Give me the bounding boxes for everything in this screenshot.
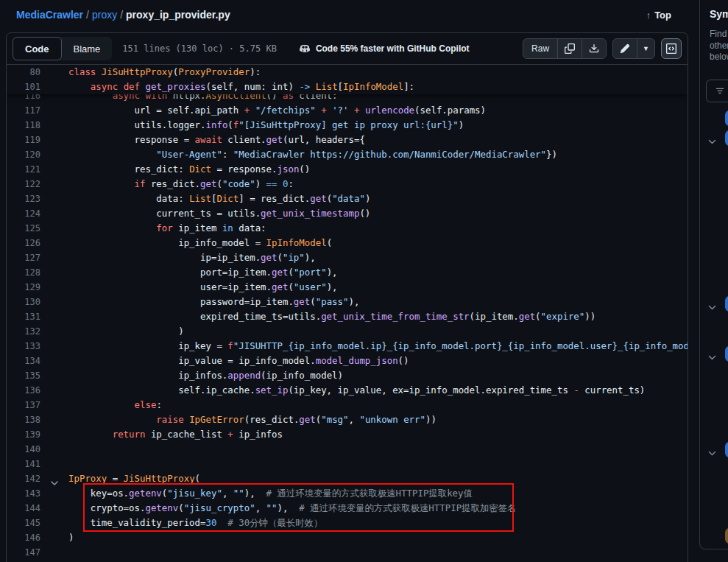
line-number[interactable]: 135 <box>7 368 40 383</box>
symbol-item[interactable] <box>725 130 728 146</box>
breadcrumb-separator: / <box>117 9 126 21</box>
line-number[interactable]: 119 <box>7 133 40 147</box>
line-number[interactable]: 121 <box>7 162 40 177</box>
code-line: 124 current_ts = utils.get_unix_timestam… <box>7 206 688 221</box>
file-meta-info: 151 lines (130 loc) · 5.75 KB <box>122 43 277 54</box>
code-text: port=ip_item.get("port"), <box>68 265 338 280</box>
code-line: 118 utils.logger.info(f"[JiSuHttpProxy] … <box>7 118 688 133</box>
code-text: else: <box>68 398 162 412</box>
code-text: key=os.getenv("jisu_key", ""), # 通过环境变量的… <box>68 486 473 501</box>
line-number[interactable]: 138 <box>7 412 40 427</box>
symbols-panel-title: Symbols <box>710 8 728 20</box>
code-text: expired_time_ts=utils.get_unix_time_from… <box>68 309 596 324</box>
code-text: password=ip_item.get("pass"), <box>68 295 359 309</box>
line-number[interactable]: 125 <box>7 221 40 236</box>
code-text: ) <box>68 324 184 339</box>
code-line: 141 <box>7 457 688 471</box>
line-number[interactable]: 133 <box>7 339 40 354</box>
code-line: 117 url = self.api_path + "/fetchips" + … <box>7 103 688 118</box>
line-number[interactable]: 143 <box>7 486 40 501</box>
code-line: 121 res_dict: Dict = response.json() <box>7 162 688 177</box>
line-number[interactable]: 147 <box>7 545 40 560</box>
symbols-panel-toggle[interactable] <box>661 38 682 59</box>
line-number[interactable]: 137 <box>7 398 40 412</box>
back-to-top-link[interactable]: ↑Top <box>646 10 671 21</box>
toolbar-actions: Raw ▼ <box>523 38 682 59</box>
symbol-chevron-icon[interactable] <box>708 351 716 364</box>
top-link-label: Top <box>654 10 671 21</box>
symbols-panel-description: Find definitions and references for func… <box>710 29 728 63</box>
symbol-item[interactable] <box>725 442 728 457</box>
code-line: 139 return ip_cache_list + ip_infos <box>7 427 688 442</box>
copilot-banner[interactable]: Code 55% faster with GitHub Copilot <box>299 43 470 55</box>
code-text: current_ts = utils.get_unix_timestamp() <box>68 206 370 221</box>
line-number[interactable]: 128 <box>7 265 40 280</box>
symbol-chevron-icon[interactable] <box>708 301 716 314</box>
download-button[interactable] <box>582 39 606 58</box>
line-number[interactable]: 129 <box>7 280 40 295</box>
code-text: class JiSuHttpProxy(ProxyProvider): <box>68 65 261 80</box>
download-icon <box>589 43 599 54</box>
symbol-item[interactable] <box>725 346 728 362</box>
line-number[interactable]: 120 <box>7 147 40 162</box>
code-line: 126 ip_info_model = IpInfoModel( <box>7 236 688 250</box>
code-line: 145 time_validity_period=30 # 30分钟（最长时效） <box>7 516 688 530</box>
line-number[interactable]: 145 <box>7 516 40 530</box>
symbols-panel: Symbols Find definitions and references … <box>699 0 728 549</box>
code-square-icon <box>666 43 676 54</box>
code-line: 123 data: List[Dict] = res_dict.get("dat… <box>7 192 688 206</box>
symbol-chevron-icon[interactable] <box>708 446 716 460</box>
tab-blame[interactable]: Blame <box>62 37 113 60</box>
code-text: ip_info_model = IpInfoModel( <box>68 236 332 250</box>
code-line: 133 ip_key = f"JISUHTTP_{ip_info_model.i… <box>7 339 688 354</box>
line-number[interactable]: 141 <box>7 457 40 471</box>
line-number[interactable]: 117 <box>7 103 40 118</box>
line-number[interactable]: 118 <box>7 118 40 133</box>
line-number[interactable]: 144 <box>7 501 40 516</box>
breadcrumb-folder-link[interactable]: proxy <box>92 9 117 21</box>
line-number[interactable]: 146 <box>7 530 40 545</box>
line-number[interactable]: 132 <box>7 324 40 339</box>
code-text: user=ip_item.get("user"), <box>68 280 338 295</box>
code-line: 119 response = await client.get(url, hea… <box>7 133 688 147</box>
code-line: 131 expired_time_ts=utils.get_unix_time_… <box>7 309 688 324</box>
line-number[interactable]: 80 <box>7 65 40 80</box>
edit-dropdown-button[interactable]: ▼ <box>637 39 654 58</box>
copy-button[interactable] <box>557 39 582 58</box>
line-number[interactable]: 124 <box>7 206 40 221</box>
code-view: 116 async with httpx.AsyncClient() as cl… <box>7 65 688 562</box>
symbol-item[interactable] <box>725 110 728 126</box>
line-number[interactable]: 139 <box>7 427 40 442</box>
edit-button[interactable] <box>613 39 637 58</box>
breadcrumb-separator: / <box>83 9 92 21</box>
code-line: 132 ) <box>7 324 688 339</box>
line-number[interactable]: 131 <box>7 309 40 324</box>
symbol-chevron-icon[interactable] <box>708 135 716 148</box>
code-line: 138 raise IpGetError(res_dict.get("msg",… <box>7 412 688 427</box>
raw-button[interactable]: Raw <box>523 39 557 58</box>
line-number[interactable]: 142 <box>7 471 40 486</box>
line-number[interactable]: 122 <box>7 177 40 192</box>
copilot-icon <box>299 43 311 55</box>
breadcrumb: MediaCrawler/proxy/proxy_ip_provider.py <box>16 9 230 21</box>
top-bar: MediaCrawler/proxy/proxy_ip_provider.py … <box>0 0 728 32</box>
line-number[interactable]: 134 <box>7 354 40 368</box>
sticky-context-lines: 80class JiSuHttpProxy(ProxyProvider):101… <box>7 65 688 94</box>
line-number[interactable]: 130 <box>7 295 40 309</box>
line-number[interactable]: 123 <box>7 192 40 206</box>
code-line: 130 password=ip_item.get("pass"), <box>7 295 688 309</box>
line-number[interactable]: 126 <box>7 236 40 250</box>
line-number[interactable]: 136 <box>7 383 40 398</box>
tab-code[interactable]: Code <box>13 37 62 60</box>
symbol-item[interactable] <box>725 296 728 312</box>
edit-actions-group: ▼ <box>612 38 655 59</box>
line-number[interactable]: 140 <box>7 442 40 457</box>
line-number[interactable]: 127 <box>7 250 40 265</box>
symbol-item[interactable] <box>725 528 728 544</box>
line-number[interactable]: 101 <box>7 80 40 94</box>
symbols-filter-input[interactable] <box>706 80 728 102</box>
breadcrumb-repo-link[interactable]: MediaCrawler <box>16 9 83 21</box>
code-text: ip_value = ip_info_model.model_dump_json… <box>68 354 409 368</box>
pencil-icon <box>620 43 630 54</box>
caret-down-icon: ▼ <box>643 45 649 52</box>
